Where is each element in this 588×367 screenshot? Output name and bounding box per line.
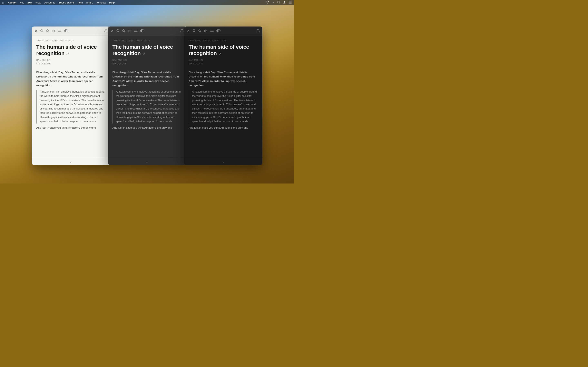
card-content-light: THURSDAY, 11 APRIL 2019 AT 14:22 The hum… <box>32 35 110 158</box>
blockquote-light: Amazon.com Inc. employs thousands of peo… <box>36 90 105 124</box>
close-button-light[interactable]: ✕ <box>35 29 37 33</box>
body-after-dark: And just in case you think Amazon's the … <box>189 125 258 130</box>
article-author-dark: DAN MOREN SIX COLORS <box>189 58 258 66</box>
card-footer-dark: ⌄ <box>184 158 262 165</box>
card-toolbar-light: ✕ BR <box>32 26 110 35</box>
br-label-light[interactable]: BR <box>52 30 55 32</box>
title-arrow-dark: ↗ <box>218 51 222 56</box>
card-light: ✕ BR <box>32 26 110 165</box>
article-title-medium-dark: The human side of voice recognition ↗ <box>112 44 182 56</box>
menu-view[interactable]: View <box>35 1 41 4</box>
article-author-medium-dark: DAN MOREN SIX COLORS <box>112 58 182 66</box>
svg-line-1 <box>279 3 280 3</box>
menu-subscriptions[interactable]: Subscriptions <box>58 1 74 4</box>
list-icon[interactable] <box>289 1 292 4</box>
close-button-dark[interactable]: ✕ <box>187 29 190 33</box>
search-icon[interactable] <box>277 1 280 4</box>
menu-help[interactable]: Help <box>109 1 115 4</box>
blockquote-dark: Amazon.com Inc. employs thousands of peo… <box>189 90 258 124</box>
card-content-dark: THURSDAY, 11 APRIL 2019 AT 14:22 The hum… <box>184 35 262 158</box>
card-medium-dark: ✕ BR <box>108 26 186 165</box>
expand-button-light[interactable]: ⌄ <box>70 160 72 163</box>
star-icon-medium-dark[interactable] <box>122 29 125 33</box>
contrast-icon-dark[interactable] <box>216 29 221 33</box>
svg-rect-5 <box>289 3 292 3</box>
expand-button-dark[interactable]: ⌄ <box>222 160 224 163</box>
body-after-light: And just in case you think Amazon's the … <box>36 125 105 130</box>
svg-point-11 <box>117 29 119 32</box>
card-toolbar-medium-dark: ✕ BR <box>108 26 186 35</box>
read-icon-light[interactable] <box>40 29 43 33</box>
wifi-icon[interactable] <box>265 1 269 4</box>
contrast-icon-light[interactable] <box>64 29 68 33</box>
message-icon[interactable]: ✉ <box>272 1 274 4</box>
expand-button-medium-dark[interactable]: ⌄ <box>146 160 148 163</box>
apple-menu[interactable]:  <box>2 1 3 4</box>
layout-icon-medium-dark[interactable] <box>134 29 138 33</box>
contrast-icon-medium-dark[interactable] <box>140 29 144 33</box>
svg-rect-3 <box>289 1 292 1</box>
share-icon-light[interactable] <box>104 29 107 33</box>
article-date-medium-dark: THURSDAY, 11 APRIL 2019 AT 14:22 <box>112 40 182 42</box>
star-icon-dark[interactable] <box>198 29 201 33</box>
menu-accounts[interactable]: Accounts <box>44 1 55 4</box>
title-arrow-light: ↗ <box>66 51 69 56</box>
article-body-medium-dark: Bloomberg's Matt Day, Giles Turner, and … <box>112 70 182 130</box>
body-after-medium-dark: And just in case you think Amazon's the … <box>112 125 182 130</box>
menu-share[interactable]: Share <box>86 1 93 4</box>
app-name[interactable]: Reeder <box>8 1 17 4</box>
card-footer-medium-dark: ⌄ <box>108 158 186 165</box>
blockquote-medium-dark: Amazon.com Inc. employs thousands of peo… <box>112 90 182 124</box>
br-label-medium-dark[interactable]: BR <box>128 30 131 32</box>
menu-edit[interactable]: Edit <box>27 1 32 4</box>
menu-file[interactable]: File <box>20 1 24 4</box>
svg-point-16 <box>193 29 195 32</box>
menubar-left:  Reeder File Edit View Accounts Subscri… <box>2 1 114 4</box>
article-date-light: THURSDAY, 11 APRIL 2019 AT 14:22 <box>36 40 105 42</box>
svg-point-2 <box>284 1 285 2</box>
menu-item[interactable]: Item <box>78 1 83 4</box>
svg-point-6 <box>40 29 43 32</box>
person-icon[interactable] <box>283 1 286 4</box>
card-content-medium-dark: THURSDAY, 11 APRIL 2019 AT 14:22 The hum… <box>108 35 186 158</box>
menubar-right: ✉ <box>265 1 292 4</box>
br-label-dark[interactable]: BR <box>204 30 208 32</box>
svg-rect-4 <box>289 2 292 2</box>
article-title-light: The human side of voice recognition ↗ <box>36 44 105 56</box>
article-date-dark: THURSDAY, 11 APRIL 2019 AT 14:22 <box>189 40 258 42</box>
menu-window[interactable]: Window <box>96 1 106 4</box>
article-author-light: DAN MOREN SIX COLORS <box>36 58 105 66</box>
article-title-dark: The human side of voice recognition ↗ <box>189 44 258 56</box>
cards-container: ✕ BR <box>0 8 294 184</box>
layout-icon-light[interactable] <box>58 29 61 33</box>
card-footer-light: ⌄ <box>32 158 110 165</box>
layout-icon-dark[interactable] <box>210 29 214 33</box>
svg-marker-12 <box>122 29 125 32</box>
star-icon-light[interactable] <box>46 29 49 33</box>
card-dark: ✕ BR <box>184 26 262 165</box>
svg-point-0 <box>278 1 279 3</box>
svg-marker-7 <box>46 29 49 32</box>
close-button-medium-dark[interactable]: ✕ <box>111 29 113 33</box>
article-body-dark: Bloomberg's Matt Day, Giles Turner, and … <box>189 70 258 130</box>
share-icon-dark[interactable] <box>257 29 259 33</box>
title-arrow-medium-dark: ↗ <box>142 51 146 56</box>
read-icon-medium-dark[interactable] <box>116 29 119 33</box>
svg-marker-17 <box>198 29 201 32</box>
menubar:  Reeder File Edit View Accounts Subscri… <box>0 0 294 5</box>
read-icon-dark[interactable] <box>192 29 195 33</box>
share-icon-medium-dark[interactable] <box>181 29 183 33</box>
card-toolbar-dark: ✕ BR <box>184 26 262 35</box>
article-body-light: Bloomberg's Matt Day, Giles Turner, and … <box>36 70 105 130</box>
